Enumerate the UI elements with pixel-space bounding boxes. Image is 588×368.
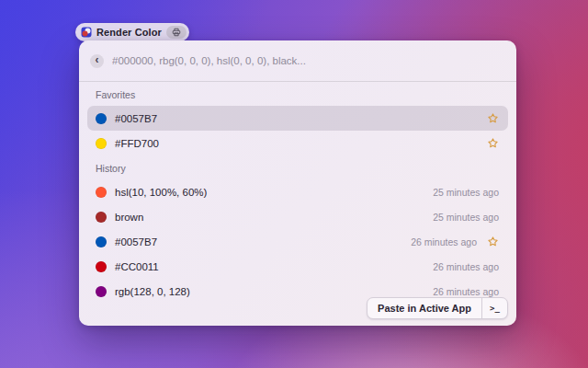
favorite-star-icon — [487, 236, 499, 247]
list-section: History hsl(10, 100%, 60%) 25 minutes ag… — [87, 163, 508, 304]
color-swatch — [96, 286, 107, 297]
list-item-title: #CC0011 — [115, 261, 159, 272]
color-swatch — [96, 212, 107, 223]
color-swatch — [96, 187, 107, 198]
list-item[interactable]: #0057B7 26 minutes ago — [87, 229, 508, 254]
list-item[interactable]: #FFD700 — [87, 131, 508, 155]
list-item-title: hsl(10, 100%, 60%) — [115, 187, 207, 198]
render-color-app-icon — [81, 27, 92, 38]
printer-icon[interactable] — [166, 26, 187, 39]
color-swatch — [96, 138, 107, 149]
favorite-star-icon — [487, 137, 499, 149]
app-badge-label: Render Color — [96, 27, 162, 38]
render-color-window: ‹ Favorites #0057B7 #FFD700 History — [79, 40, 516, 326]
color-swatch — [96, 113, 107, 124]
desktop-background: Render Color ‹ Favorites #0057B7 — [0, 0, 588, 368]
list-item[interactable]: #0057B7 — [87, 106, 508, 131]
results-list: Favorites #0057B7 #FFD700 History hsl(10… — [79, 89, 516, 304]
list-item-timestamp: 26 minutes ago — [411, 236, 477, 247]
list-item[interactable]: #CC0011 26 minutes ago — [87, 254, 508, 279]
section-rows: #0057B7 #FFD700 — [87, 106, 508, 155]
search-bar: ‹ — [79, 40, 516, 81]
list-item-title: #FFD700 — [115, 138, 159, 149]
divider — [79, 81, 516, 82]
section-label: History — [96, 163, 508, 174]
action-bar: Paste in Active App >_ — [367, 297, 508, 319]
list-item-timestamp: 25 minutes ago — [433, 187, 499, 198]
color-swatch — [96, 236, 107, 247]
list-section: Favorites #0057B7 #FFD700 — [87, 89, 508, 155]
list-item[interactable]: hsl(10, 100%, 60%) 25 minutes ago — [87, 179, 508, 204]
terminal-prompt-icon: >_ — [490, 304, 500, 313]
section-label: Favorites — [96, 89, 508, 100]
color-swatch — [96, 261, 107, 272]
app-badge[interactable]: Render Color — [75, 23, 189, 41]
list-item-timestamp: 25 minutes ago — [433, 212, 499, 223]
section-rows: hsl(10, 100%, 60%) 25 minutes ago brown … — [87, 179, 508, 304]
list-item[interactable]: brown 25 minutes ago — [87, 204, 508, 229]
back-button[interactable]: ‹ — [90, 54, 104, 68]
favorite-star-icon — [487, 112, 499, 124]
action-button-group: Paste in Active App >_ — [367, 297, 508, 319]
actions-menu-button[interactable]: >_ — [482, 298, 507, 318]
list-item-title: rgb(128, 0, 128) — [115, 286, 190, 297]
list-item-timestamp: 26 minutes ago — [433, 261, 499, 272]
search-input[interactable] — [112, 55, 505, 66]
list-item-title: brown — [115, 212, 143, 223]
list-item-timestamp: 26 minutes ago — [433, 286, 499, 297]
paste-in-active-app-button[interactable]: Paste in Active App — [368, 298, 481, 318]
list-item-title: #0057B7 — [115, 236, 157, 247]
list-item-title: #0057B7 — [115, 113, 157, 124]
